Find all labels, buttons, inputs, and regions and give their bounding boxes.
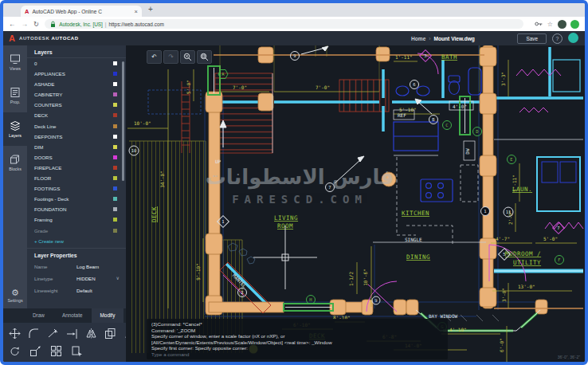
- svg-text:5: 5: [503, 252, 505, 257]
- user-avatar[interactable]: [568, 33, 578, 43]
- command-input[interactable]: Type a command: [151, 351, 443, 358]
- layer-row[interactable]: Deck Line: [27, 121, 126, 131]
- linetype-value[interactable]: HIDDEN: [76, 273, 96, 285]
- rail-label: Prop.: [10, 100, 21, 104]
- password-key-icon[interactable]: [535, 21, 543, 27]
- mirror-tool-button[interactable]: [84, 327, 98, 339]
- rail-item-views[interactable]: Views: [3, 45, 27, 79]
- layer-color-swatch[interactable]: [113, 92, 117, 96]
- layer-color-swatch[interactable]: [113, 145, 117, 149]
- command-history-line: [All/Center/Dynamic/Extents/Previous/Sca…: [151, 339, 443, 346]
- layer-color-swatch[interactable]: [113, 176, 117, 180]
- rail-item-blocks[interactable]: Blocks: [3, 146, 27, 179]
- zoom-window-icon: [200, 53, 209, 61]
- layer-color-swatch[interactable]: [113, 155, 117, 159]
- breadcrumb-home[interactable]: Home: [411, 36, 425, 41]
- new-tab-button[interactable]: +: [148, 5, 153, 14]
- layer-color-swatch[interactable]: [113, 82, 117, 86]
- layer-color-swatch[interactable]: [113, 113, 117, 117]
- extend-tool-button[interactable]: [65, 327, 79, 339]
- tab-draw[interactable]: Draw: [24, 308, 53, 323]
- redo-button[interactable]: ↷: [163, 50, 178, 64]
- back-icon[interactable]: ←: [9, 20, 16, 28]
- layer-row[interactable]: APPLIANCES: [27, 69, 126, 79]
- layer-color-swatch[interactable]: [113, 218, 117, 222]
- undo-button[interactable]: ↶: [147, 50, 162, 64]
- extension-icon[interactable]: [570, 20, 579, 29]
- corner-room: [553, 60, 580, 92]
- dim-text: 5'-0": [186, 80, 191, 94]
- save-button[interactable]: Save: [517, 33, 547, 44]
- settings-button[interactable]: ⚙ Settings: [3, 283, 27, 308]
- dim-text: 7'-0": [316, 84, 330, 90]
- copy-tool-button[interactable]: [104, 327, 117, 339]
- layer-color-swatch[interactable]: [113, 166, 117, 170]
- layer-row[interactable]: FOOTINGS: [27, 183, 126, 194]
- erase-tool-button[interactable]: [70, 344, 84, 357]
- dim-text: 3'-0": [501, 288, 507, 302]
- layer-row[interactable]: Footings - Deck: [27, 194, 126, 204]
- browser-avatar[interactable]: [558, 20, 566, 29]
- prop-row-linetype[interactable]: Linetype HIDDEN ∨: [27, 273, 126, 285]
- autocad-app: A AUTODESK AUTOCAD Home › Mount View.dwg…: [3, 31, 585, 362]
- url-field[interactable]: Autodesk, Inc. [US] | https://web.autoca…: [45, 19, 523, 29]
- svg-text:2: 2: [241, 290, 243, 295]
- layer-row[interactable]: FIREPLACE: [27, 163, 126, 173]
- layer-row[interactable]: 0: [27, 58, 126, 69]
- layer-color-swatch[interactable]: [113, 103, 117, 107]
- rail-item-layers[interactable]: Layers: [3, 112, 27, 146]
- layer-row[interactable]: Framing: [27, 214, 126, 225]
- zoom-window-button[interactable]: [197, 50, 212, 64]
- url-separator: |: [105, 22, 107, 27]
- layer-color-swatch[interactable]: [113, 229, 117, 233]
- chevron-down-icon[interactable]: ∨: [116, 273, 120, 285]
- gear-icon: ⚙: [11, 288, 19, 297]
- rail-item-properties[interactable]: Prop.: [3, 79, 27, 112]
- layer-color-swatch[interactable]: [113, 135, 117, 139]
- layer-row[interactable]: COUNTERS: [27, 100, 126, 110]
- layer-list-scrollbar[interactable]: [122, 61, 124, 181]
- layer-row[interactable]: FLOOR: [27, 173, 126, 183]
- layer-color-swatch[interactable]: [113, 207, 117, 211]
- layer-row[interactable]: ASHADE: [27, 79, 126, 89]
- bookmark-star-icon[interactable]: ☆: [547, 21, 553, 28]
- room-label-dining: DINING: [406, 253, 430, 261]
- brand-text: AUTODESK AUTOCAD: [19, 36, 79, 41]
- scale-tool-button[interactable]: [29, 344, 42, 357]
- prop-row-lineweight[interactable]: Lineweight Default: [27, 285, 126, 296]
- trim-tool-button[interactable]: [46, 327, 60, 339]
- layer-row[interactable]: FOUNDATION: [27, 204, 126, 214]
- tab-close-icon[interactable]: ×: [135, 8, 138, 15]
- forward-icon[interactable]: →: [22, 20, 29, 28]
- layer-name-value: Log Beam: [76, 261, 99, 273]
- reload-icon[interactable]: ↻: [33, 20, 39, 28]
- layer-row[interactable]: DEFPOINTS: [27, 131, 126, 142]
- layer-color-swatch[interactable]: [113, 124, 117, 128]
- zoom-object-icon: [183, 53, 192, 61]
- tab-annotate[interactable]: Annotate: [53, 308, 92, 323]
- rotate-tool-button[interactable]: [8, 344, 22, 357]
- fillet-tool-button[interactable]: [27, 327, 41, 339]
- lineweight-value[interactable]: Default: [76, 285, 92, 296]
- drawing-area[interactable]: 34'-0" 10'-0" 9'-10" 7'-0" 7'-0" 1'-11" …: [126, 45, 585, 362]
- layer-row[interactable]: DIM: [27, 142, 126, 152]
- tab-modify[interactable]: Modify: [92, 308, 124, 323]
- rail-label: Layers: [9, 133, 22, 138]
- svg-text:1: 1: [221, 219, 224, 224]
- layer-row[interactable]: DOORS: [27, 152, 126, 163]
- layer-color-swatch[interactable]: [113, 61, 117, 65]
- zoom-object-button[interactable]: [180, 50, 195, 64]
- browser-tab[interactable]: A AutoCAD Web App - Online C ×: [21, 6, 142, 17]
- layer-row[interactable]: DECK: [27, 110, 126, 120]
- layer-row[interactable]: Grade: [27, 226, 126, 236]
- move-icon: [9, 328, 21, 339]
- help-button[interactable]: ?: [552, 33, 563, 44]
- layer-row[interactable]: CABINETRY: [27, 89, 126, 100]
- move-tool-button[interactable]: [8, 327, 22, 339]
- layer-color-swatch[interactable]: [113, 197, 117, 201]
- create-layer-link[interactable]: + Create new: [27, 236, 126, 246]
- layer-color-swatch[interactable]: [113, 186, 117, 190]
- array-tool-button[interactable]: [49, 344, 63, 357]
- layer-color-swatch[interactable]: [113, 72, 117, 76]
- dim-text: 13'-0": [518, 284, 535, 289]
